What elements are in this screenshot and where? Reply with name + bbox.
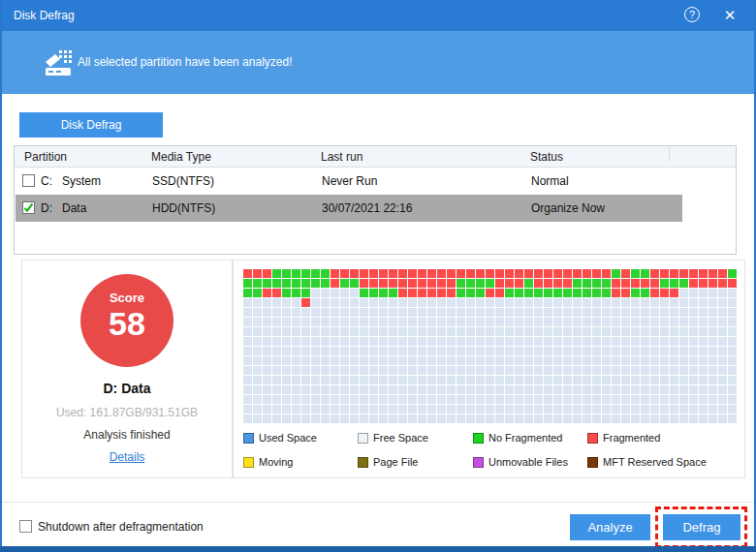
map-cell: [505, 269, 514, 278]
map-cell: [592, 366, 601, 375]
map-cell: [641, 347, 649, 355]
map-cell: [447, 405, 456, 414]
map-cell: [631, 289, 640, 297]
map-cell: [292, 327, 300, 336]
map-cell: [369, 279, 378, 288]
map-cell: [369, 356, 378, 365]
map-cell: [573, 298, 582, 307]
map-cell: [398, 337, 407, 346]
details-link[interactable]: Details: [110, 450, 145, 464]
map-cell: [602, 289, 611, 297]
map-cell: [466, 405, 475, 414]
map-cell: [321, 356, 330, 365]
defrag-button[interactable]: Defrag: [663, 514, 740, 540]
score-circle: Score 58: [80, 274, 173, 367]
map-cell: [505, 356, 514, 365]
map-cell: [476, 289, 485, 297]
map-cell: [398, 385, 407, 394]
map-cell: [621, 347, 630, 355]
map-cell: [263, 395, 271, 404]
map-cell: [689, 366, 698, 375]
map-cell: [331, 279, 339, 288]
cell-media-type: HDD(NTFS): [152, 195, 215, 222]
map-cell: [650, 337, 659, 346]
map-cell: [592, 376, 601, 384]
map-cell: [495, 366, 504, 375]
close-icon[interactable]: ✕: [721, 7, 739, 24]
partition-checkbox[interactable]: [22, 201, 35, 214]
column-header-media-type[interactable]: Media Type: [151, 146, 211, 168]
cell-status: Normal: [531, 168, 569, 195]
map-cell: [718, 308, 727, 317]
map-cell: [563, 385, 572, 394]
shutdown-checkbox[interactable]: [19, 520, 32, 533]
column-header-partition[interactable]: Partition: [24, 146, 67, 168]
help-icon[interactable]: ?: [684, 7, 700, 22]
map-cell: [331, 356, 339, 365]
map-cell: [505, 414, 514, 423]
map-cell: [282, 279, 291, 288]
map-cell: [253, 385, 262, 394]
map-cell: [263, 298, 271, 307]
map-cell: [602, 385, 611, 394]
analyze-button[interactable]: Analyze: [570, 514, 650, 540]
map-cell: [360, 347, 368, 355]
map-cell: [621, 327, 630, 336]
score-value: 58: [80, 305, 173, 342]
column-header-last-run[interactable]: Last run: [321, 146, 362, 168]
map-cell: [728, 289, 737, 297]
map-cell: [253, 347, 262, 355]
map-cell: [573, 308, 582, 317]
map-cell: [408, 356, 417, 365]
map-cell: [301, 395, 310, 404]
map-cell: [495, 289, 504, 297]
map-cell: [573, 356, 582, 365]
map-cell: [447, 395, 456, 404]
map-cell: [272, 366, 281, 375]
map-cell: [505, 395, 514, 404]
legend-item: Used Space: [243, 432, 317, 445]
map-cell: [263, 376, 271, 384]
map-cell: [670, 318, 678, 326]
map-cell: [563, 327, 572, 336]
map-cell: [369, 366, 378, 375]
map-cell: [718, 405, 727, 414]
map-cell: [379, 385, 388, 394]
partition-checkbox[interactable]: [22, 174, 35, 187]
map-cell: [621, 385, 630, 394]
map-cell: [544, 376, 552, 384]
map-cell: [534, 269, 543, 278]
map-cell: [427, 356, 436, 365]
map-cell: [631, 366, 640, 375]
map-cell: [369, 327, 378, 336]
map-cell: [631, 347, 640, 355]
map-cell: [418, 269, 426, 278]
cell-last-run: Never Run: [322, 168, 377, 195]
table-row[interactable]: C:SystemSSD(NTFS)Never RunNormal: [16, 168, 682, 195]
map-cell: [398, 356, 407, 365]
map-cell: [650, 318, 659, 326]
map-cell: [321, 279, 330, 288]
map-cell: [573, 327, 582, 336]
map-cell: [553, 376, 562, 384]
tab-disk-defrag[interactable]: Disk Defrag: [19, 112, 163, 138]
map-cell: [350, 414, 359, 423]
map-cell: [427, 395, 436, 404]
map-cell: [292, 318, 300, 326]
map-cell: [709, 289, 717, 297]
map-cell: [447, 347, 456, 355]
map-cell: [369, 289, 378, 297]
map-cell: [331, 269, 339, 278]
map-cell: [515, 385, 523, 394]
map-cell: [553, 308, 562, 317]
map-cell: [457, 376, 465, 384]
map-cell: [641, 279, 649, 288]
map-cell: [340, 356, 349, 365]
map-cell: [427, 414, 436, 423]
map-cell: [583, 395, 591, 404]
table-row[interactable]: D:DataHDD(NTFS)30/07/2021 22:16Organize …: [16, 195, 682, 222]
column-header-status[interactable]: Status: [530, 146, 563, 168]
map-cell: [379, 279, 388, 288]
map-cell: [709, 405, 717, 414]
map-cell: [534, 289, 543, 297]
